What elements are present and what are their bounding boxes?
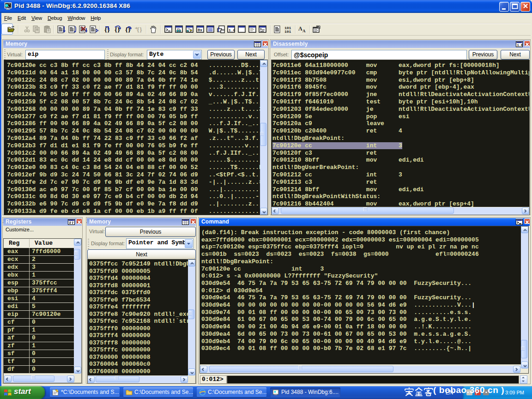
svg-text:101: 101 (284, 30, 291, 33)
svg-text:A: A (302, 29, 306, 33)
svg-text:0x: 0x (198, 28, 202, 33)
svg-text:1.0: 1.0 (229, 28, 235, 32)
svg-text:{}: {} (137, 26, 142, 33)
svg-text:A: A (298, 25, 302, 32)
svg-text:1.0: 1.0 (517, 43, 523, 47)
